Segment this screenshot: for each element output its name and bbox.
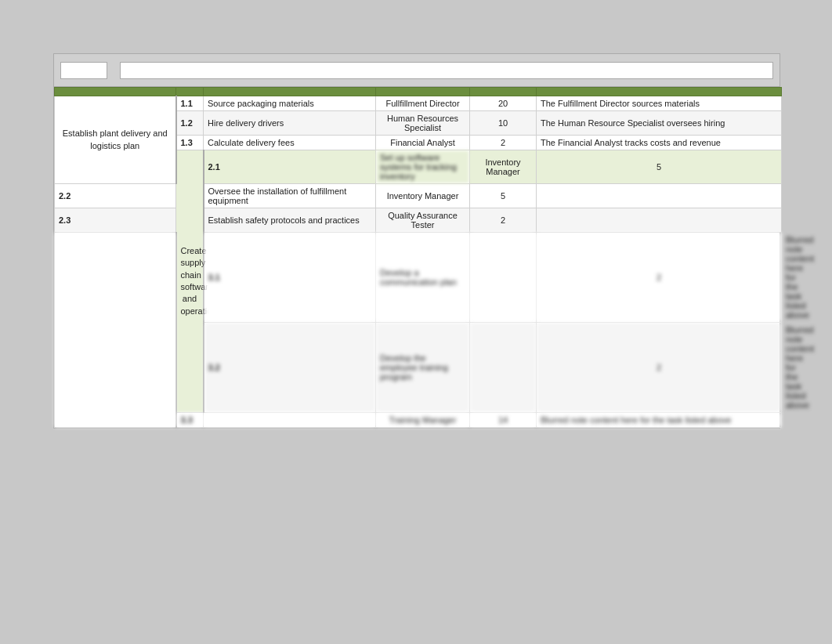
project-table: Establish plant delivery andlogistics pl… [54,87,782,428]
table-header [55,88,782,96]
duration-header [470,88,537,96]
task-notes [537,184,782,208]
task-id: 3.3 [176,413,204,428]
task-name: Develop the employee training program [376,323,470,413]
task-owner [470,233,537,323]
task-id: 2.1 [204,150,376,184]
formula-content [120,62,773,79]
task-id: 1.1 [176,96,204,111]
milestone-cell: Establish plant delivery andlogistics pl… [55,96,176,184]
task-owner [470,323,537,413]
task-id: 1.3 [176,136,204,150]
task-id: 1.2 [176,111,204,136]
task-duration: 2 [470,208,537,233]
task-duration: 20 [470,96,537,111]
formula-bar [54,54,780,87]
milestone-cell [55,233,176,428]
milestone-header [55,88,176,96]
task-owner: Human ResourcesSpecialist [376,111,470,136]
task-name: Set up software systems for tracking inv… [376,150,470,184]
task-notes: Blurred note content here for the task l… [537,413,782,428]
task-header [204,88,376,96]
task-owner: Inventory Manager [470,150,537,184]
notes-header [537,88,782,96]
task-name: Develop a communication plan [376,233,470,323]
table-row: 3.1Develop a communication plan2Blurred … [55,233,782,323]
spreadsheet: Establish plant delivery andlogistics pl… [53,53,780,429]
task-duration: 2 [470,136,537,150]
table-row: 2.3Establish safety protocols and practi… [55,208,782,233]
task-name: Source packaging materials [204,96,376,111]
task-duration: 14 [470,413,537,428]
task-owner: Inventory Manager [376,184,470,208]
task-id: 3.2 [204,323,376,413]
task-name: Establish safety protocols and practices [204,208,376,233]
task-duration: 10 [470,111,537,136]
task-notes: The Human Resource Specialist oversees h… [537,111,782,136]
id-header [176,88,204,96]
desktop: Establish plant delivery andlogistics pl… [0,0,832,644]
task-notes [537,208,782,233]
milestone-cell: Create supply chainsoftware and operatio… [176,150,204,413]
task-name: Oversee the installation of fulfillment … [204,184,376,208]
task-id: 2.2 [55,184,176,208]
task-duration: 5 [470,184,537,208]
task-id: 3.1 [204,233,376,323]
task-owner: Fullfillment Director [376,96,470,111]
task-duration: 5 [537,150,782,184]
cell-reference [60,62,107,79]
task-duration: 2 [537,323,782,413]
task-owner: Financial Analyst [376,136,470,150]
task-owner: Training Manager [376,413,470,428]
table-row: Establish plant delivery andlogistics pl… [55,96,782,111]
task-name: Hire delivery drivers [204,111,376,136]
task-id: 2.3 [55,208,176,233]
task-name: Calculate delivery fees [204,136,376,150]
owner-header [376,88,470,96]
task-notes: The Fulfillment Director sources materia… [537,96,782,111]
task-owner: Quality Assurance Tester [376,208,470,233]
task-name [204,413,376,428]
table-row: 2.2Oversee the installation of fulfillme… [55,184,782,208]
task-duration: 2 [537,233,782,323]
task-notes: The Financial Analyst tracks costs and r… [537,136,782,150]
